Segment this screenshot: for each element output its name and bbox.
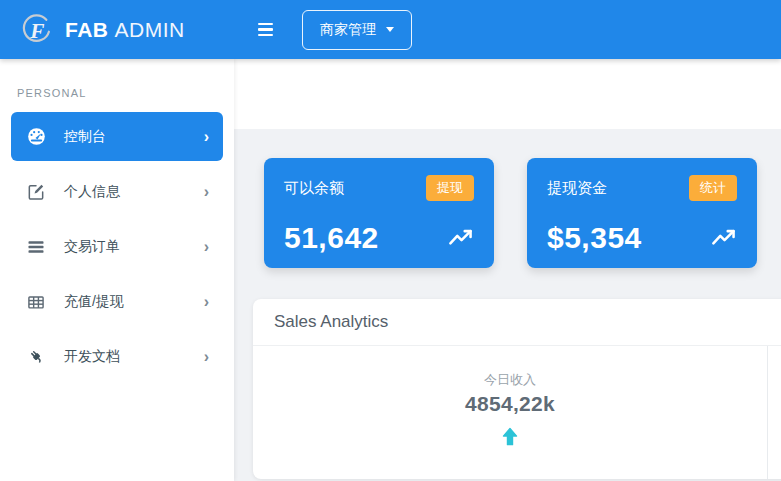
brand-name-bold: FAB: [65, 18, 109, 41]
today-income-label: 今日收入: [253, 371, 767, 389]
sidebar-item-label: 开发文档: [64, 348, 120, 366]
sidebar-item-orders[interactable]: 交易订单 ›: [11, 222, 223, 271]
plug-icon: [25, 347, 47, 366]
menu-icon: [258, 28, 273, 31]
brand-name-light: ADMIN: [115, 18, 185, 41]
table-icon: [25, 292, 47, 312]
sales-analytics-title: Sales Analytics: [253, 299, 781, 346]
sidebar-item-dashboard[interactable]: 控制台 ›: [11, 112, 223, 161]
sidebar-item-label: 充值/提现: [64, 293, 124, 311]
statistics-badge-button[interactable]: 统计: [689, 175, 737, 201]
sidebar-item-label: 交易订单: [64, 238, 120, 256]
chevron-right-icon: ›: [204, 129, 209, 145]
trend-up-icon: [711, 229, 737, 250]
chevron-right-icon: ›: [204, 349, 209, 365]
page-header: [234, 59, 781, 129]
sales-analytics-body: 今日收入 4854,22k: [253, 346, 781, 479]
sidebar-item-label: 控制台: [64, 128, 106, 146]
trend-up-icon: [448, 229, 474, 250]
list-icon: [25, 237, 47, 257]
sidebar-item-dev-docs[interactable]: 开发文档 ›: [11, 332, 223, 381]
withdraw-badge-button[interactable]: 提现: [426, 175, 474, 201]
stat-cards-row: 可以余额 提现 51,642 提现资金 统计 $5,354: [264, 158, 781, 268]
main-content: 可以余额 提现 51,642 提现资金 统计 $5,354: [234, 59, 781, 481]
topbar-main: 商家管理: [234, 0, 781, 59]
sales-analytics-card: Sales Analytics 今日收入 4854,22k: [253, 299, 781, 479]
menu-icon: [258, 23, 273, 26]
withdraw-funds-card-value: $5,354: [547, 223, 642, 253]
merchant-dropdown-button[interactable]: 商家管理: [302, 10, 412, 50]
balance-card-value: 51,642: [284, 223, 379, 253]
sidebar-item-profile[interactable]: 个人信息 ›: [11, 167, 223, 216]
next-stat-column: [768, 346, 781, 479]
today-income-column: 今日收入 4854,22k: [253, 346, 768, 479]
merchant-dropdown-label: 商家管理: [320, 21, 376, 39]
section-label-personal: PERSONAL: [17, 87, 234, 99]
brand-link[interactable]: F FABADMIN: [0, 0, 234, 59]
balance-card-title: 可以余额: [284, 175, 344, 198]
dashboard-icon: [25, 126, 47, 147]
balance-stat-card: 可以余额 提现 51,642: [264, 158, 494, 268]
fab-logo-icon: F: [20, 12, 54, 48]
chevron-right-icon: ›: [204, 239, 209, 255]
sidebar-item-recharge-withdraw[interactable]: 充值/提现 ›: [11, 277, 223, 326]
today-income-value: 4854,22k: [253, 392, 767, 416]
sidebar-item-label: 个人信息: [64, 183, 120, 201]
sidebar: PERSONAL 控制台 › 个人信息: [0, 59, 234, 481]
withdraw-funds-card-title: 提现资金: [547, 175, 607, 198]
arrow-up-icon: [253, 426, 767, 452]
caret-down-icon: [386, 27, 394, 32]
chevron-right-icon: ›: [204, 184, 209, 200]
edit-icon: [25, 182, 47, 202]
withdraw-funds-stat-card: 提现资金 统计 $5,354: [527, 158, 757, 268]
topbar: F FABADMIN 商家管理: [0, 0, 781, 59]
svg-text:F: F: [29, 18, 44, 42]
chevron-right-icon: ›: [204, 294, 209, 310]
brand-name: FABADMIN: [65, 18, 185, 42]
menu-toggle-button[interactable]: [256, 19, 275, 41]
menu-icon: [258, 34, 273, 37]
